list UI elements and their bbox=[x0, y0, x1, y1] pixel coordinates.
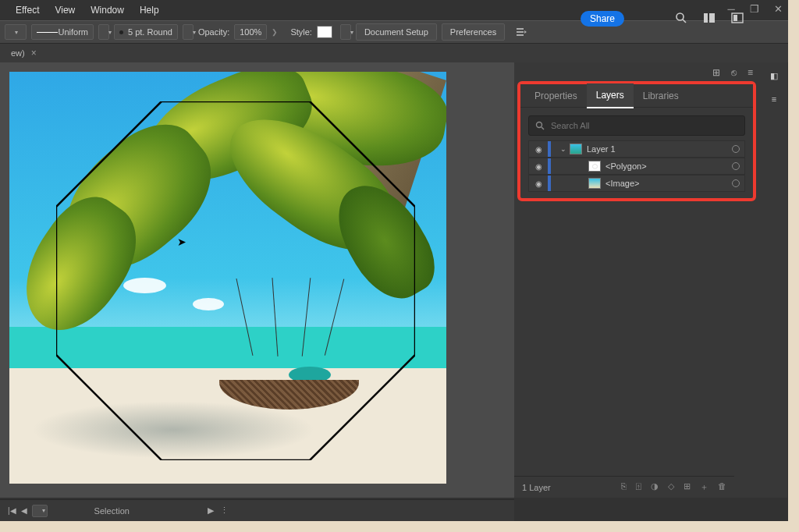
layers-search-input[interactable] bbox=[551, 121, 738, 130]
layer-row[interactable]: ◉ ⌄ Layer 1 bbox=[528, 140, 745, 158]
menu-view[interactable]: View bbox=[47, 5, 83, 16]
share-button[interactable]: Share bbox=[581, 11, 624, 27]
strip-icon[interactable]: ◧ bbox=[767, 69, 781, 83]
canvas-area[interactable]: ➤ bbox=[0, 62, 514, 498]
svg-rect-5 bbox=[733, 15, 737, 21]
delete-layer-icon[interactable]: 🗑 bbox=[718, 481, 726, 493]
document-tab-label: ew) bbox=[11, 48, 25, 58]
svg-rect-3 bbox=[709, 13, 715, 23]
brush-dropdown[interactable] bbox=[183, 24, 194, 40]
svg-line-1 bbox=[683, 20, 686, 23]
panel-tabs: Properties Layers Libraries bbox=[520, 84, 753, 108]
close-button[interactable]: ✕ bbox=[772, 3, 783, 14]
app-window: Effect View Window Help Share ─ ❐ ✕ Unif… bbox=[0, 0, 788, 521]
artboard-select[interactable] bbox=[32, 505, 48, 517]
style-label: Style: bbox=[290, 27, 312, 37]
workspace-icon[interactable] bbox=[702, 11, 716, 25]
stroke-style-dropdown[interactable] bbox=[98, 24, 109, 40]
target-icon[interactable] bbox=[732, 162, 740, 170]
stroke-style-label: Uniform bbox=[58, 27, 88, 37]
style-swatch[interactable] bbox=[317, 26, 332, 38]
visibility-icon[interactable]: ◉ bbox=[529, 145, 548, 154]
svg-point-0 bbox=[676, 13, 684, 20]
layer-name[interactable]: Layer 1 bbox=[587, 144, 616, 154]
svg-rect-7 bbox=[517, 31, 524, 33]
panel-menu-icon[interactable]: ≡ bbox=[748, 67, 753, 78]
layers-search[interactable] bbox=[528, 115, 745, 136]
right-panel-dock: ⊞ ⎋ ≡ Properties Layers Libraries bbox=[514, 62, 787, 498]
svg-rect-8 bbox=[517, 34, 524, 36]
layer-thumb bbox=[588, 178, 601, 189]
layer-export-icon[interactable]: ⍐ bbox=[636, 481, 641, 493]
svg-rect-6 bbox=[517, 28, 524, 30]
cursor-icon: ➤ bbox=[177, 236, 186, 248]
layers-panel-footer: 1 Layer ⎘ ⍐ ◑ ◇ ⊞ ＋ 🗑 bbox=[514, 476, 734, 498]
layer-name[interactable]: <Polygon> bbox=[605, 161, 647, 171]
svg-rect-2 bbox=[704, 13, 708, 23]
expand-icon[interactable]: ⌄ bbox=[560, 145, 566, 153]
opacity-arrow-icon[interactable]: ❯ bbox=[272, 28, 278, 36]
strip-icon[interactable]: ≡ bbox=[767, 92, 781, 106]
control-toolbar: Uniform 5 pt. Round Opacity: 100% ❯ Styl… bbox=[0, 20, 788, 44]
svg-line-11 bbox=[542, 127, 544, 129]
new-layer-icon[interactable]: ＋ bbox=[700, 481, 708, 493]
maximize-button[interactable]: ❐ bbox=[749, 3, 760, 14]
panel-align-icon[interactable]: ⊞ bbox=[712, 67, 720, 78]
minimize-button[interactable]: ─ bbox=[726, 3, 737, 14]
svg-point-10 bbox=[537, 122, 542, 128]
menu-window[interactable]: Window bbox=[83, 5, 132, 16]
status-tool-label: Selection bbox=[94, 506, 130, 516]
style-dropdown[interactable] bbox=[340, 24, 351, 40]
opacity-value[interactable]: 100% bbox=[234, 24, 267, 40]
layer-group-icon[interactable]: ◇ bbox=[668, 481, 674, 493]
brush-weight-label: 5 pt. Round bbox=[128, 27, 172, 37]
layer-thumb bbox=[570, 144, 582, 154]
preferences-button[interactable]: Preferences bbox=[442, 23, 505, 41]
brush-field[interactable]: 5 pt. Round bbox=[114, 24, 178, 40]
window-controls: ─ ❐ ✕ bbox=[726, 3, 783, 14]
menubar: Effect View Window Help bbox=[0, 0, 788, 20]
layers-panel-highlight: Properties Layers Libraries ◉ ⌄ bbox=[517, 81, 756, 201]
play-icon[interactable]: ▶ bbox=[208, 505, 214, 516]
tab-layers[interactable]: Layers bbox=[587, 83, 634, 108]
tab-libraries[interactable]: Libraries bbox=[634, 84, 688, 108]
layer-thumb: ⬡ bbox=[588, 161, 601, 172]
visibility-icon[interactable]: ◉ bbox=[529, 179, 548, 188]
status-bar: |◀ ◀ Selection ▶ ⋮ bbox=[0, 499, 514, 521]
layer-row[interactable]: ◉ ⬡ <Polygon> bbox=[528, 158, 745, 175]
artboard[interactable]: ➤ bbox=[9, 72, 446, 484]
layers-count: 1 Layer bbox=[522, 483, 551, 492]
layer-locate-icon[interactable]: ⎘ bbox=[621, 481, 627, 493]
layer-mask-icon[interactable]: ◑ bbox=[651, 481, 659, 493]
document-tab[interactable]: ew) × bbox=[5, 48, 43, 59]
search-icon[interactable] bbox=[674, 11, 688, 25]
first-artboard-icon[interactable]: |◀ bbox=[8, 506, 16, 515]
profile-dropdown[interactable] bbox=[5, 24, 27, 40]
stroke-preview[interactable]: Uniform bbox=[31, 24, 94, 40]
play-more-icon[interactable]: ⋮ bbox=[220, 505, 229, 516]
layer-name[interactable]: <Image> bbox=[605, 179, 639, 188]
panel-pathfinder-icon[interactable]: ⎋ bbox=[731, 67, 737, 78]
doc-setup-button[interactable]: Document Setup bbox=[356, 23, 437, 41]
opacity-label: Opacity: bbox=[198, 27, 229, 37]
target-icon[interactable] bbox=[732, 145, 740, 153]
layer-row[interactable]: ◉ <Image> bbox=[528, 175, 745, 192]
preferences-flyout-icon[interactable] bbox=[514, 25, 528, 39]
prev-artboard-icon[interactable]: ◀ bbox=[21, 506, 27, 515]
placed-image[interactable] bbox=[9, 72, 446, 484]
tab-properties[interactable]: Properties bbox=[525, 84, 587, 108]
search-icon bbox=[535, 121, 545, 130]
menu-effect[interactable]: Effect bbox=[8, 5, 47, 16]
document-tabs: ew) × bbox=[0, 44, 788, 62]
collapsed-panel-strip: ◧ ≡ bbox=[761, 62, 787, 498]
target-icon[interactable] bbox=[732, 179, 740, 187]
new-sublayer-icon[interactable]: ⊞ bbox=[684, 481, 691, 493]
menu-help[interactable]: Help bbox=[132, 5, 167, 16]
visibility-icon[interactable]: ◉ bbox=[529, 162, 548, 171]
close-tab-icon[interactable]: × bbox=[31, 48, 37, 59]
